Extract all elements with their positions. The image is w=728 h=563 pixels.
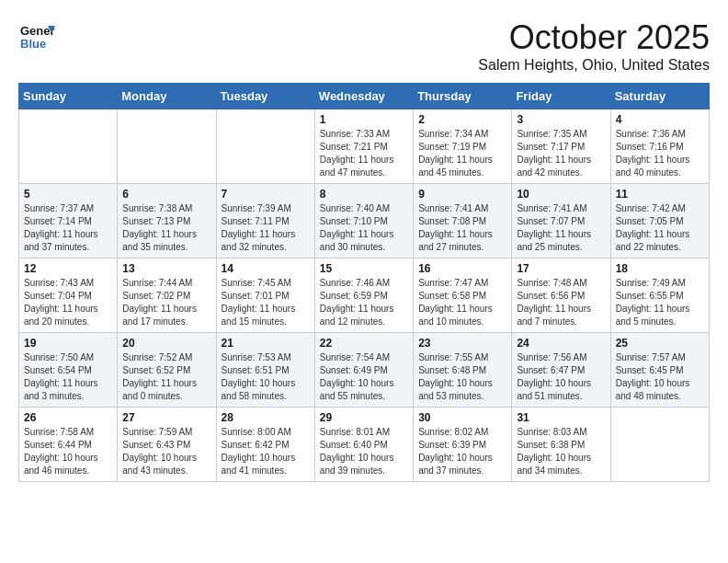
calendar-cell: 9Sunrise: 7:41 AM Sunset: 7:08 PM Daylig… [414,184,512,259]
day-info: Sunrise: 7:49 AM Sunset: 6:55 PM Dayligh… [616,277,704,328]
day-info: Sunrise: 7:47 AM Sunset: 6:58 PM Dayligh… [418,277,506,328]
day-number: 15 [320,262,408,275]
day-header-wednesday: Wednesday [314,84,413,109]
calendar-cell: 11Sunrise: 7:42 AM Sunset: 7:05 PM Dayli… [610,184,709,259]
day-info: Sunrise: 7:38 AM Sunset: 7:13 PM Dayligh… [122,202,210,254]
calendar-cell: 22Sunrise: 7:54 AM Sunset: 6:49 PM Dayli… [314,333,413,408]
day-number: 17 [517,262,605,275]
day-info: Sunrise: 8:00 AM Sunset: 6:42 PM Dayligh… [222,426,310,477]
day-number: 3 [517,113,605,126]
day-info: Sunrise: 7:41 AM Sunset: 7:08 PM Dayligh… [418,202,506,254]
calendar-cell: 27Sunrise: 7:59 AM Sunset: 6:43 PM Dayli… [118,408,216,482]
day-number: 13 [122,262,210,275]
day-number: 22 [320,337,408,350]
calendar-cell: 23Sunrise: 7:55 AM Sunset: 6:48 PM Dayli… [414,333,512,408]
day-info: Sunrise: 7:42 AM Sunset: 7:05 PM Dayligh… [616,202,704,254]
day-info: Sunrise: 8:01 AM Sunset: 6:40 PM Dayligh… [320,426,408,477]
day-info: Sunrise: 7:54 AM Sunset: 6:49 PM Dayligh… [320,351,408,403]
day-info: Sunrise: 7:34 AM Sunset: 7:19 PM Dayligh… [418,128,506,179]
day-info: Sunrise: 7:44 AM Sunset: 7:02 PM Dayligh… [122,277,210,328]
day-number: 31 [517,411,605,424]
logo-icon: General Blue [18,18,55,55]
day-number: 25 [616,337,704,350]
calendar-week-row: 5Sunrise: 7:37 AM Sunset: 7:14 PM Daylig… [19,184,710,259]
calendar-week-row: 1Sunrise: 7:33 AM Sunset: 7:21 PM Daylig… [19,109,710,184]
day-number: 28 [222,411,310,424]
calendar-cell: 7Sunrise: 7:39 AM Sunset: 7:11 PM Daylig… [216,184,314,259]
day-number: 14 [222,262,310,275]
day-number: 12 [24,262,112,275]
day-number: 24 [517,337,605,350]
day-number: 7 [222,188,310,201]
day-header-friday: Friday [512,84,610,109]
day-number: 9 [418,188,506,201]
calendar-cell: 25Sunrise: 7:57 AM Sunset: 6:45 PM Dayli… [610,333,709,408]
logo: General Blue [18,18,55,55]
day-info: Sunrise: 8:03 AM Sunset: 6:38 PM Dayligh… [517,426,605,477]
calendar-cell: 1Sunrise: 7:33 AM Sunset: 7:21 PM Daylig… [314,109,413,184]
calendar-cell: 20Sunrise: 7:52 AM Sunset: 6:52 PM Dayli… [118,333,216,408]
calendar-table: SundayMondayTuesdayWednesdayThursdayFrid… [18,83,710,482]
svg-text:Blue: Blue [20,37,46,51]
calendar-cell: 29Sunrise: 8:01 AM Sunset: 6:40 PM Dayli… [314,408,413,482]
day-number: 10 [517,188,605,201]
day-header-saturday: Saturday [610,84,709,109]
calendar-cell [19,109,118,184]
day-info: Sunrise: 7:57 AM Sunset: 6:45 PM Dayligh… [616,351,704,403]
day-info: Sunrise: 7:36 AM Sunset: 7:16 PM Dayligh… [616,128,704,179]
day-number: 4 [616,113,704,126]
calendar-cell: 24Sunrise: 7:56 AM Sunset: 6:47 PM Dayli… [512,333,610,408]
calendar-cell: 14Sunrise: 7:45 AM Sunset: 7:01 PM Dayli… [216,259,314,333]
day-info: Sunrise: 7:39 AM Sunset: 7:11 PM Dayligh… [222,202,310,254]
day-number: 20 [122,337,210,350]
calendar-cell: 30Sunrise: 8:02 AM Sunset: 6:39 PM Dayli… [414,408,512,482]
calendar-cell: 8Sunrise: 7:40 AM Sunset: 7:10 PM Daylig… [314,184,413,259]
day-info: Sunrise: 7:40 AM Sunset: 7:10 PM Dayligh… [320,202,408,254]
day-info: Sunrise: 7:52 AM Sunset: 6:52 PM Dayligh… [122,351,210,403]
day-info: Sunrise: 7:46 AM Sunset: 6:59 PM Dayligh… [320,277,408,328]
day-number: 5 [24,188,112,201]
title-area: October 2025 Salem Heights, Ohio, United… [478,18,710,74]
calendar-header-row: SundayMondayTuesdayWednesdayThursdayFrid… [19,84,710,109]
month-title: October 2025 [478,18,710,57]
day-header-tuesday: Tuesday [216,84,314,109]
day-info: Sunrise: 7:55 AM Sunset: 6:48 PM Dayligh… [418,351,506,403]
day-info: Sunrise: 7:48 AM Sunset: 6:56 PM Dayligh… [517,277,605,328]
calendar-cell: 6Sunrise: 7:38 AM Sunset: 7:13 PM Daylig… [118,184,216,259]
day-number: 26 [24,411,112,424]
day-info: Sunrise: 7:50 AM Sunset: 6:54 PM Dayligh… [24,351,112,403]
header: General Blue October 2025 Salem Heights,… [18,18,710,74]
calendar-week-row: 26Sunrise: 7:58 AM Sunset: 6:44 PM Dayli… [19,408,710,482]
day-info: Sunrise: 7:33 AM Sunset: 7:21 PM Dayligh… [320,128,408,179]
day-info: Sunrise: 7:35 AM Sunset: 7:17 PM Dayligh… [517,128,605,179]
day-info: Sunrise: 7:41 AM Sunset: 7:07 PM Dayligh… [517,202,605,254]
day-info: Sunrise: 7:53 AM Sunset: 6:51 PM Dayligh… [222,351,310,403]
day-info: Sunrise: 7:37 AM Sunset: 7:14 PM Dayligh… [24,202,112,254]
location: Salem Heights, Ohio, United States [478,57,710,74]
day-number: 1 [320,113,408,126]
calendar-cell: 16Sunrise: 7:47 AM Sunset: 6:58 PM Dayli… [414,259,512,333]
calendar-cell: 31Sunrise: 8:03 AM Sunset: 6:38 PM Dayli… [512,408,610,482]
calendar-cell [118,109,216,184]
day-number: 30 [418,411,506,424]
calendar-cell: 18Sunrise: 7:49 AM Sunset: 6:55 PM Dayli… [610,259,709,333]
day-number: 8 [320,188,408,201]
calendar-cell [610,408,709,482]
day-header-thursday: Thursday [414,84,512,109]
calendar-cell: 15Sunrise: 7:46 AM Sunset: 6:59 PM Dayli… [314,259,413,333]
day-number: 23 [418,337,506,350]
day-header-monday: Monday [118,84,216,109]
calendar-cell: 17Sunrise: 7:48 AM Sunset: 6:56 PM Dayli… [512,259,610,333]
calendar-cell: 2Sunrise: 7:34 AM Sunset: 7:19 PM Daylig… [414,109,512,184]
day-number: 27 [122,411,210,424]
calendar-cell: 5Sunrise: 7:37 AM Sunset: 7:14 PM Daylig… [19,184,118,259]
calendar-cell: 4Sunrise: 7:36 AM Sunset: 7:16 PM Daylig… [610,109,709,184]
day-number: 16 [418,262,506,275]
day-info: Sunrise: 7:58 AM Sunset: 6:44 PM Dayligh… [24,426,112,477]
calendar-cell: 3Sunrise: 7:35 AM Sunset: 7:17 PM Daylig… [512,109,610,184]
calendar-week-row: 19Sunrise: 7:50 AM Sunset: 6:54 PM Dayli… [19,333,710,408]
day-info: Sunrise: 8:02 AM Sunset: 6:39 PM Dayligh… [418,426,506,477]
day-info: Sunrise: 7:45 AM Sunset: 7:01 PM Dayligh… [222,277,310,328]
day-number: 2 [418,113,506,126]
day-number: 19 [24,337,112,350]
